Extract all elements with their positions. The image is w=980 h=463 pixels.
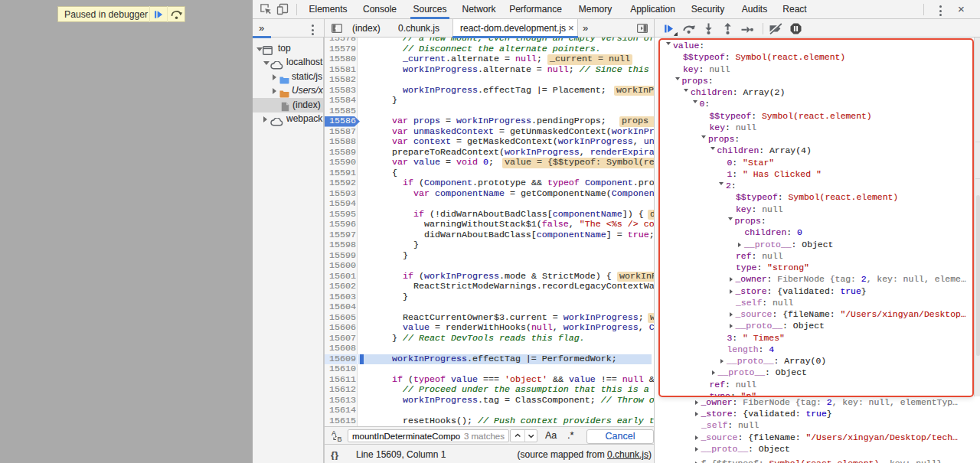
svg-text:{}: {}	[331, 449, 338, 460]
svg-text:B: B	[338, 435, 342, 442]
